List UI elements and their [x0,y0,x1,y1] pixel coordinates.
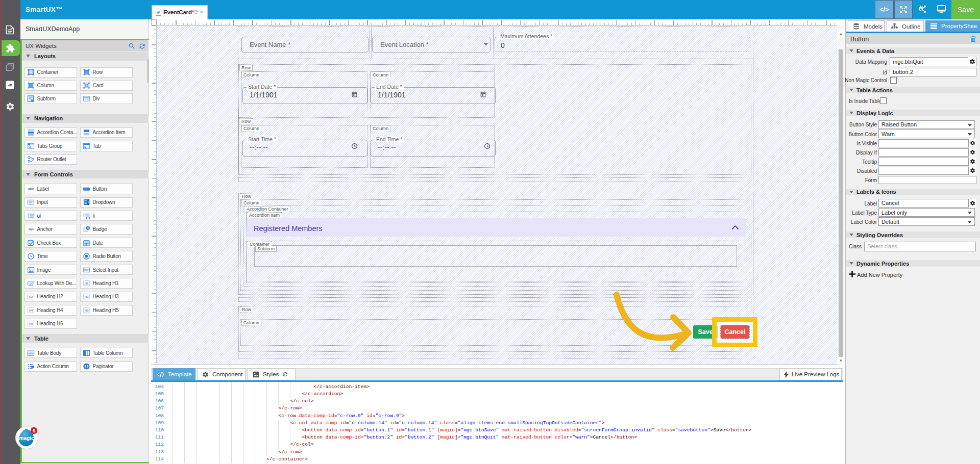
svg-text:H4: H4 [29,308,33,312]
svg-text:H2: H2 [29,295,33,299]
svg-text:H5: H5 [84,308,88,312]
svg-text:<a>: <a> [28,227,34,231]
svg-text:8: 8 [87,226,88,229]
svg-text:abc: abc [28,187,34,191]
svg-text:H6: H6 [29,322,33,326]
svg-text:H3: H3 [84,295,88,299]
svg-text:magic: magic [19,435,34,441]
svg-text:5: 5 [33,428,35,433]
svg-text:<>: <> [85,97,88,100]
svg-text:H1: H1 [84,281,88,285]
